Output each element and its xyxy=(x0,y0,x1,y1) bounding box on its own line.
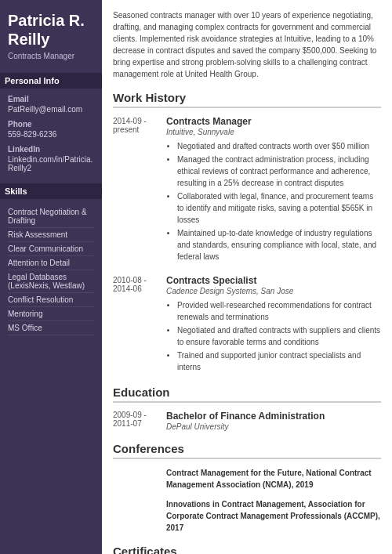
skills-heading: Skills xyxy=(0,183,102,199)
intro-text: Seasoned contracts manager with over 10 … xyxy=(113,9,381,80)
conf-text: Innovations in Contract Management, Asso… xyxy=(166,498,381,534)
sidebar: Patricia R. Reilly Contracts Manager Per… xyxy=(0,0,102,554)
certificates-heading: Certificates xyxy=(113,545,381,554)
conf-entry: Contract Management for the Future, Nati… xyxy=(113,467,381,491)
name-line2: Reilly xyxy=(8,31,49,48)
email-value: PatReilly@email.com xyxy=(8,105,94,114)
work-history-heading: Work History xyxy=(113,91,381,108)
conferences-heading: Conferences xyxy=(113,442,381,459)
skill-item: Clear Communication xyxy=(8,242,94,256)
job-date: 2014-09 - present xyxy=(113,116,166,264)
job-bullet: Maintained up-to-date knowledge of indus… xyxy=(177,227,381,263)
linkedin-label: LinkedIn xyxy=(8,145,94,154)
conferences-list: Contract Management for the Future, Nati… xyxy=(113,467,381,534)
job-title: Contracts Manager xyxy=(166,116,381,127)
edu-date: 2009-09 - 2011-07 xyxy=(113,411,166,431)
job-bullet: Negotiated and drafted contracts worth o… xyxy=(177,140,381,152)
jobs-list: 2014-09 - presentContracts ManagerIntuit… xyxy=(113,116,381,375)
edu-content: Bachelor of Finance AdministrationDePaul… xyxy=(166,411,325,431)
skill-item: Contract Negotiation & Drafting xyxy=(8,205,94,228)
education-heading: Education xyxy=(113,386,381,403)
edu-entry: 2009-09 - 2011-07Bachelor of Finance Adm… xyxy=(113,411,381,431)
job-bullets: Negotiated and drafted contracts worth o… xyxy=(166,140,381,263)
main-content: Seasoned contracts manager with over 10 … xyxy=(102,0,392,554)
linkedin-value: Linkedin.com/in/Patricia.Reilly2 xyxy=(8,155,94,172)
conf-date-col xyxy=(113,498,166,534)
conf-entry: Innovations in Contract Management, Asso… xyxy=(113,498,381,534)
candidate-name: Patricia R. Reilly xyxy=(8,11,94,49)
job-entry: 2010-08 - 2014-06Contracts SpecialistCad… xyxy=(113,275,381,375)
conf-text: Contract Management for the Future, Nati… xyxy=(166,467,381,491)
job-bullet: Collaborated with legal, finance, and pr… xyxy=(177,190,381,226)
job-bullet: Negotiated and drafted contracts with su… xyxy=(177,324,381,348)
job-title: Contracts Specialist xyxy=(166,275,381,286)
phone-value: 559-829-6236 xyxy=(8,130,94,139)
job-bullets: Provided well-researched recommendations… xyxy=(166,299,381,373)
skills-section: Skills Contract Negotiation & DraftingRi… xyxy=(8,183,94,335)
job-bullet: Managed the contract administration proc… xyxy=(177,154,381,189)
education-list: 2009-09 - 2011-07Bachelor of Finance Adm… xyxy=(113,411,381,431)
skill-item: Attention to Detail xyxy=(8,256,94,270)
job-entry: 2014-09 - presentContracts ManagerIntuit… xyxy=(113,116,381,264)
skill-item: Legal Databases (LexisNexis, Westlaw) xyxy=(8,270,94,293)
skills-list: Contract Negotiation & DraftingRisk Asse… xyxy=(8,205,94,335)
phone-label: Phone xyxy=(8,120,94,129)
job-company: Intuitive, Sunnyvale xyxy=(166,128,381,136)
conf-date-col xyxy=(113,467,166,491)
candidate-title: Contracts Manager xyxy=(8,52,94,60)
skill-item: Conflict Resolution xyxy=(8,293,94,307)
skill-item: MS Office xyxy=(8,321,94,335)
job-content: Contracts ManagerIntuitive, SunnyvaleNeg… xyxy=(166,116,381,264)
job-bullet: Trained and supported junior contract sp… xyxy=(177,349,381,373)
edu-degree: Bachelor of Finance Administration xyxy=(166,411,325,422)
email-label: Email xyxy=(8,95,94,103)
job-content: Contracts SpecialistCadence Design Syste… xyxy=(166,275,381,375)
skill-item: Mentoring xyxy=(8,307,94,321)
job-bullet: Provided well-researched recommendations… xyxy=(177,299,381,323)
page-layout: Patricia R. Reilly Contracts Manager Per… xyxy=(0,0,392,554)
job-company: Cadence Design Systems, San Jose xyxy=(166,287,381,295)
job-date: 2010-08 - 2014-06 xyxy=(113,275,166,375)
skill-item: Risk Assessment xyxy=(8,228,94,242)
edu-school: DePaul University xyxy=(166,422,325,431)
personal-info-heading: Personal Info xyxy=(0,73,102,89)
name-line1: Patricia R. xyxy=(8,12,85,29)
